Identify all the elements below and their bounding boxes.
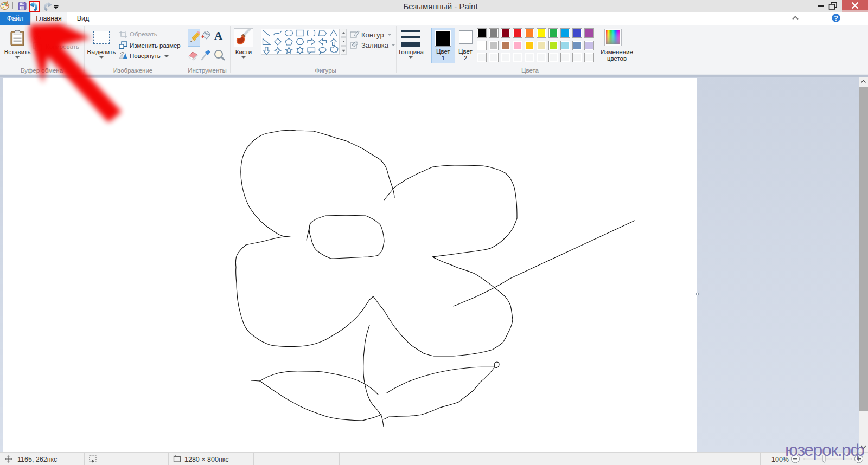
svg-text:?: ? (834, 15, 838, 22)
